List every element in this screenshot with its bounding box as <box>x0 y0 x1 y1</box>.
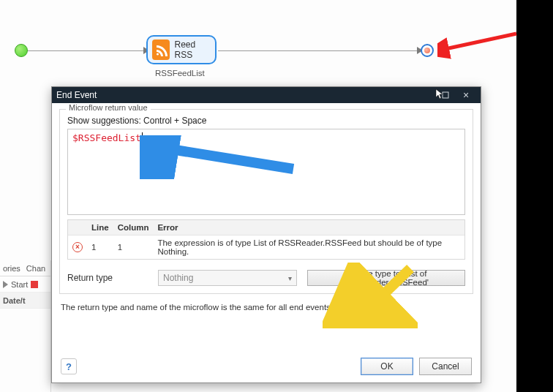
return-type-combo[interactable]: Nothing ▾ <box>158 270 297 286</box>
rss-icon <box>152 39 170 60</box>
activity-label: Reed RSS <box>174 39 211 60</box>
dialog-titlebar[interactable]: End Event × <box>52 87 481 103</box>
annotation-arrow-red <box>437 28 525 64</box>
mouse-cursor-icon <box>435 88 444 100</box>
help-button[interactable]: ? <box>61 358 77 374</box>
col-line: Line <box>87 220 113 235</box>
cancel-button[interactable]: Cancel <box>419 358 472 375</box>
chevron-down-icon: ▾ <box>288 274 292 282</box>
activity-output-caption: RSSFeedList <box>155 69 205 78</box>
sequence-flow-2 <box>218 50 420 51</box>
error-list: Line Column Error 1 1 The expression is … <box>67 219 465 260</box>
error-text: The expression is of type List of RSSRea… <box>153 235 464 260</box>
panel-row-start: Start <box>11 280 28 289</box>
svg-line-0 <box>442 34 516 50</box>
end-event-node[interactable] <box>421 44 434 57</box>
call-rest-activity[interactable]: Reed RSS <box>146 35 217 64</box>
sequence-flow-1 <box>28 50 145 51</box>
text-caret <box>142 132 143 143</box>
group-legend: Microflow return value <box>66 103 151 112</box>
ok-button[interactable]: OK <box>361 358 413 375</box>
update-type-button[interactable]: Update type to 'List of RSSReader.RSSFee… <box>307 270 465 286</box>
frame-border-right <box>516 0 553 392</box>
bottom-panel-stub: ories Chan Start Date/t <box>0 260 51 392</box>
expression-editor[interactable]: $RSSFeedList <box>67 129 465 215</box>
footer-note: The return type and name of the microflo… <box>61 303 472 312</box>
return-value-group: Microflow return value Show suggestions:… <box>59 109 473 294</box>
error-row[interactable]: 1 1 The expression is of type List of RS… <box>68 235 464 260</box>
start-event-node[interactable] <box>15 44 28 57</box>
dialog-title: End Event <box>56 90 97 100</box>
play-icon <box>3 281 8 288</box>
suggestions-hint: Show suggestions: Control + Space <box>67 116 465 126</box>
return-type-value: Nothing <box>163 273 193 283</box>
panel-tab-2[interactable]: Chan <box>23 264 48 273</box>
error-line: 1 <box>87 235 113 260</box>
col-error: Error <box>153 220 464 235</box>
col-column: Column <box>113 220 154 235</box>
close-button[interactable]: × <box>456 87 476 103</box>
panel-row-date: Date/t <box>3 296 26 305</box>
panel-tab-1[interactable]: ories <box>0 264 23 273</box>
expression-text: $RSSFeedList <box>72 132 141 143</box>
end-event-dialog: End Event × Microflow return value Show … <box>51 86 481 383</box>
return-type-label: Return type <box>67 273 148 283</box>
error-icon <box>72 242 83 252</box>
error-column: 1 <box>113 235 154 260</box>
status-indicator <box>31 281 38 288</box>
microflow-canvas[interactable]: Reed RSS RSSFeedList ories Chan Start Da… <box>0 0 553 392</box>
